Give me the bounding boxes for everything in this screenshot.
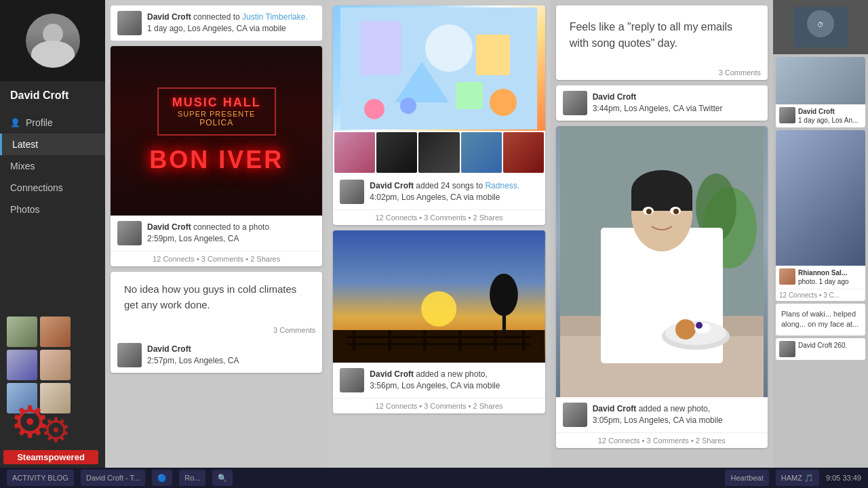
band1: POLICA: [172, 118, 261, 127]
post-avatar: [563, 91, 587, 115]
shares-count: 2 Shares: [696, 436, 726, 445]
strip-photo[interactable]: [418, 132, 459, 173]
svg-rect-11: [333, 330, 545, 363]
svg-point-36: [665, 321, 726, 345]
taskbar-time: 9:05 33:49: [826, 474, 861, 482]
post-time: 2:57pm, Los Angeles, CA: [147, 356, 239, 365]
post-action: connected to a photo: [193, 222, 269, 232]
steam-gear-icon-2: ⚙: [41, 413, 71, 447]
steam-overlay: ⚙ ⚙ Steamspowered: [3, 396, 98, 464]
right-column: ⏱ David Croft 1 day ago, Los An... Rhian…: [773, 0, 868, 488]
sidebar-item-label: Connections: [10, 182, 63, 193]
svg-point-33: [646, 209, 652, 214]
strip-photo[interactable]: [503, 132, 544, 173]
taskbar-item-david[interactable]: David Croft - T...: [81, 470, 145, 486]
post-meta: David Croft connected to a photo 2:59pm,…: [111, 216, 322, 251]
taskbar-item-search[interactable]: 🔍: [212, 470, 233, 486]
art-image: [333, 5, 545, 131]
taskbar-hamz[interactable]: HAMZ 🎵: [776, 470, 819, 486]
svg-point-21: [490, 274, 518, 316]
comments-count: 3 Comments: [424, 402, 466, 410]
sunset-post: David Croft added a new photo, 3:56pm, L…: [333, 230, 545, 413]
svg-point-37: [675, 319, 696, 340]
portrait-svg: [560, 126, 764, 397]
sidebar-item-label: Profile: [26, 117, 53, 128]
right-post-1: David Croft 1 day ago, Los An...: [776, 57, 865, 127]
friend-thumb[interactable]: [7, 317, 37, 347]
sidebar-item-mixes[interactable]: Mixes: [0, 155, 105, 177]
post-info: David Croft added a new photo, 3:05pm, L…: [593, 403, 761, 426]
right-text-post: Plans of waki... helped along... on my f…: [776, 304, 865, 336]
post-stats: 12 Connects • 3 Comments • 2 Shares: [333, 209, 545, 225]
post-info: David Croft connected to Justin Timberla…: [147, 12, 315, 35]
taskbar-label: HAMZ 🎵: [781, 474, 814, 483]
venue-sign: MUSIC HALL SUPER PRESENTE POLICA: [157, 87, 276, 136]
post-author: David Croft: [370, 369, 414, 379]
taskbar-heartbeat[interactable]: Heartbeat: [725, 470, 768, 486]
text-post: No idea how you guys in cold climates ge…: [111, 272, 322, 373]
shares-count: 2 Shares: [250, 255, 280, 263]
feed-column-1: David Croft connected to Justin Timberla…: [105, 0, 328, 488]
feed-column-3: Feels like a "reply to all my emails wit…: [551, 0, 773, 488]
twitter-post: David Croft 3:44pm, Los Angeles, CA via …: [556, 85, 768, 121]
right-connects: 12 Connects: [779, 291, 817, 299]
right-post-image: [776, 57, 865, 104]
post-avatar: [117, 343, 142, 367]
post-meta: David Croft added a new photo, 3:56pm, L…: [333, 363, 545, 398]
svg-rect-30: [631, 190, 692, 211]
sidebar-item-label: Photos: [10, 204, 40, 215]
sidebar-item-latest[interactable]: Latest: [0, 134, 105, 155]
sidebar-item-label: Latest: [12, 139, 38, 150]
taskbar-item-blog[interactable]: ACTIVITY BLOG: [7, 470, 74, 486]
right-text-content: Plans of waki... helped along... on my f…: [781, 310, 859, 328]
right-time: 1 day ago, Los An...: [798, 117, 858, 124]
right-post-meta-3: David Croft 260.: [776, 338, 865, 360]
post-info: David Croft added a new photo, 3:56pm, L…: [370, 369, 538, 392]
friend-thumb[interactable]: [7, 350, 37, 380]
right-time-2: 1 day ago: [819, 278, 849, 285]
post-meta: David Croft 3:44pm, Los Angeles, CA via …: [556, 85, 768, 121]
post-target[interactable]: Radness.: [485, 181, 519, 190]
search-icon: 🔍: [218, 474, 227, 483]
sidebar-item-profile[interactable]: 👤 Profile: [0, 112, 105, 134]
main-content: David Croft connected to Justin Timberla…: [105, 0, 868, 488]
post-target[interactable]: Justin Timberlake.: [242, 12, 308, 22]
sunset-image: [333, 230, 545, 363]
sunset-svg: [333, 230, 545, 363]
post-author: David Croft: [147, 12, 191, 22]
friend-thumb[interactable]: [40, 317, 71, 347]
taskbar-item-dot[interactable]: 🔵: [152, 470, 172, 486]
strip-photo[interactable]: [376, 132, 417, 173]
sidebar-item-connections[interactable]: Connections: [0, 177, 105, 199]
right-comments: 3 C...: [823, 291, 840, 299]
avatar: [26, 14, 80, 68]
taskbar-item-ro[interactable]: Ro...: [179, 470, 205, 486]
svg-point-2: [425, 24, 473, 72]
steam-label: Steamspowered: [3, 450, 98, 464]
svg-point-39: [696, 322, 703, 329]
comments-count: 3 Comments: [424, 214, 466, 222]
taskbar: ACTIVITY BLOG David Croft - T... 🔵 Ro...…: [0, 468, 868, 488]
friend-thumb[interactable]: [40, 350, 71, 380]
quote-text: Feels like a "reply to all my emails wit…: [556, 5, 768, 65]
strip-photo[interactable]: [461, 132, 502, 173]
photo-strip: [333, 131, 545, 174]
sidebar-username: David Croft: [0, 81, 105, 105]
art-post: David Croft added 24 songs to Radness. 4…: [333, 5, 545, 225]
post-time: 3:44pm, Los Angeles, CA via Twitter: [593, 104, 723, 113]
svg-rect-3: [476, 35, 510, 75]
right-author-2: Rhiannon Sal...: [798, 269, 847, 277]
svg-rect-1: [361, 21, 401, 75]
right-post-3: David Croft 260.: [776, 338, 865, 360]
venue-title: MUSIC HALL: [172, 96, 261, 110]
post-meta: David Croft added 24 songs to Radness. 4…: [333, 174, 545, 209]
post-author: David Croft: [593, 92, 637, 102]
sidebar-item-photos[interactable]: Photos: [0, 199, 105, 220]
post-author: David Croft: [593, 404, 637, 413]
music-hall-image: MUSIC HALL SUPER PRESENTE POLICA BON IVE…: [111, 46, 322, 216]
sidebar-nav: 👤 Profile Latest Mixes Connections Photo…: [0, 112, 105, 220]
profile-icon: 👤: [10, 118, 20, 127]
right-post-stats-2: 12 Connects • 3 C...: [776, 289, 865, 301]
strip-photo[interactable]: [334, 132, 375, 173]
post-time: 3:56pm, Los Angeles, CA via mobile: [370, 381, 500, 390]
